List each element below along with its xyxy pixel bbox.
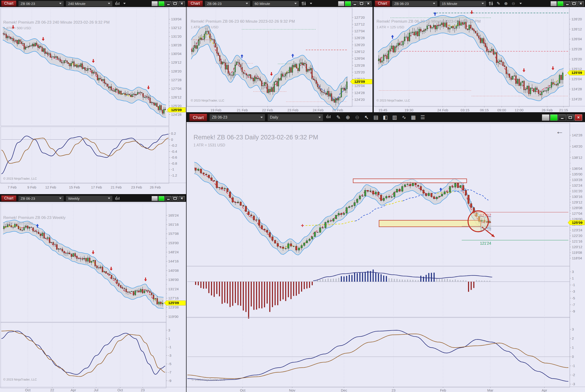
data-series-icon[interactable] (301, 1, 307, 6)
instrument-dropdown[interactable]: ZB 06-23 (392, 1, 438, 6)
svg-text:125'09: 125'09 (168, 301, 179, 305)
svg-text:3: 3 (168, 328, 170, 332)
svg-text:125'04: 125'04 (354, 84, 365, 88)
green-color-swatch-button[interactable] (158, 196, 165, 201)
svg-text:22 Feb: 22 Feb (262, 108, 273, 112)
svg-text:125'09: 125'09 (171, 108, 182, 112)
svg-text:121'16: 121'16 (572, 239, 582, 243)
pointer-tool-icon[interactable] (363, 114, 370, 121)
drawing-tools-icon[interactable] (400, 114, 407, 121)
svg-text:1: 1 (572, 276, 574, 280)
chart-menu-button[interactable]: Chart (1, 0, 16, 6)
svg-text:22: 22 (50, 388, 54, 392)
gray-color-swatch-button[interactable] (550, 1, 557, 6)
interval-dropdown[interactable]: Daily (267, 114, 323, 121)
close-button[interactable] (365, 1, 371, 6)
toolbar-overflow-chevron-icon[interactable] (123, 3, 126, 4)
green-color-swatch-button[interactable] (550, 114, 558, 121)
green-color-swatch-button[interactable] (345, 1, 351, 6)
svg-text:-0.4: -0.4 (171, 150, 177, 154)
instrument-dropdown[interactable]: ZB 06-23 (209, 114, 265, 121)
svg-text:-0.6: -0.6 (171, 155, 177, 159)
svg-text:126'20: 126'20 (354, 43, 365, 47)
chart-area[interactable]: 7 Feb9 Feb12 Feb15 Feb17 Feb21 Feb23 Feb… (0, 7, 186, 194)
svg-text:124'28: 124'28 (171, 112, 182, 116)
toolbar-overflow-chevron-icon[interactable] (519, 3, 522, 4)
svg-text:21:15: 21:15 (559, 108, 568, 112)
chart-area[interactable]: OctNovDec23FebMarApr127'12124'18121'2431… (187, 122, 585, 392)
minimize-button[interactable] (558, 114, 566, 121)
gray-color-swatch-button[interactable] (542, 114, 549, 121)
close-button[interactable] (179, 196, 185, 201)
interval-dropdown[interactable]: Weekly (66, 196, 113, 202)
zoom-out-icon[interactable] (354, 114, 361, 121)
svg-text:-0.8: -0.8 (171, 162, 177, 165)
chart-menu-button[interactable]: Chart (1, 195, 16, 202)
draw-tool-icon[interactable] (496, 1, 501, 6)
green-color-swatch-button[interactable] (158, 1, 165, 6)
instrument-dropdown[interactable]: ZB 06-23 (18, 196, 64, 202)
gray-color-swatch-button[interactable] (152, 196, 158, 201)
svg-text:Feb: Feb (440, 388, 446, 392)
strategies-icon[interactable] (410, 114, 417, 121)
maximize-button[interactable] (566, 114, 574, 121)
svg-text:9 Feb: 9 Feb (27, 185, 36, 189)
chart-area[interactable]: 15:4519:3024 Feb03:1506:1509:0012:0026 F… (374, 7, 585, 112)
chart-menu-button[interactable]: Chart (188, 0, 203, 6)
svg-text:135'00: 135'00 (572, 172, 582, 176)
chart-style-icon[interactable] (115, 1, 120, 6)
minimize-button[interactable] (564, 1, 570, 6)
instrument-dropdown[interactable]: ZB 06-23 (18, 1, 64, 6)
chart-menu-button[interactable]: Chart (375, 0, 390, 6)
chart-area[interactable]: 19 Feb21 Feb22 Feb23 Feb24 Feb26 Feb127'… (187, 7, 372, 112)
zoom-in-icon[interactable] (344, 114, 351, 121)
zoom-out-icon[interactable] (510, 1, 516, 6)
indicators-icon[interactable] (391, 114, 398, 121)
interval-dropdown[interactable]: 240 Minute (66, 1, 113, 6)
minimize-button[interactable] (165, 1, 171, 6)
toolbar-overflow-chevron-icon[interactable] (310, 3, 312, 4)
chart-style-icon[interactable] (115, 196, 120, 201)
interval-dropdown[interactable]: 15 Minute (439, 1, 486, 6)
minimize-button[interactable] (352, 1, 358, 6)
instrument-value: ZB 06-23 (21, 2, 35, 6)
svg-text:126'04: 126'04 (354, 56, 365, 60)
svg-text:140'20: 140'20 (572, 144, 582, 148)
chart-area[interactable]: Oct22AprJulOct2331-1-3-5-7-9165'24161'16… (0, 202, 186, 392)
report-icon[interactable] (372, 114, 379, 121)
close-button[interactable] (578, 1, 584, 6)
close-button[interactable] (179, 1, 185, 6)
back-arrow-icon[interactable] (556, 127, 564, 135)
green-color-swatch-button[interactable] (557, 1, 563, 6)
gray-color-swatch-button[interactable] (152, 1, 158, 6)
chart-style-icon[interactable] (325, 114, 332, 121)
minimize-button[interactable] (165, 196, 171, 201)
close-button[interactable] (575, 114, 582, 121)
svg-text:127'04: 127'04 (354, 29, 365, 33)
titlebar: Chart ZB 06-23 240 Minute (0, 0, 186, 7)
maximize-button[interactable] (172, 196, 178, 201)
svg-text:23: 23 (141, 388, 145, 392)
maximize-button[interactable] (358, 1, 365, 6)
gray-color-swatch-button[interactable] (338, 1, 344, 6)
svg-text:121'24: 121'24 (480, 241, 491, 245)
svg-text:0.2: 0.2 (171, 132, 176, 136)
data-series-icon[interactable] (488, 1, 494, 6)
chevron-down-icon (260, 117, 263, 118)
maximize-button[interactable] (172, 1, 178, 6)
svg-text:129'12: 129'12 (171, 60, 182, 64)
svg-text:1: 1 (168, 336, 170, 340)
svg-text:3: 3 (572, 327, 574, 331)
zoom-in-icon[interactable] (503, 1, 509, 6)
chart-menu-button[interactable]: Chart (189, 114, 207, 121)
chart-trader-icon[interactable] (382, 114, 389, 121)
svg-text:2: 2 (572, 336, 574, 340)
draw-tool-icon[interactable] (335, 114, 342, 121)
interval-dropdown[interactable]: 60 Minute (252, 1, 299, 6)
svg-text:118'04: 118'04 (572, 256, 582, 260)
properties-list-icon[interactable] (419, 114, 426, 121)
instrument-dropdown[interactable]: ZB 06-23 (205, 1, 250, 6)
maximize-button[interactable] (571, 1, 577, 6)
svg-text:0: 0 (171, 138, 173, 142)
svg-text:120'12: 120'12 (572, 245, 582, 249)
